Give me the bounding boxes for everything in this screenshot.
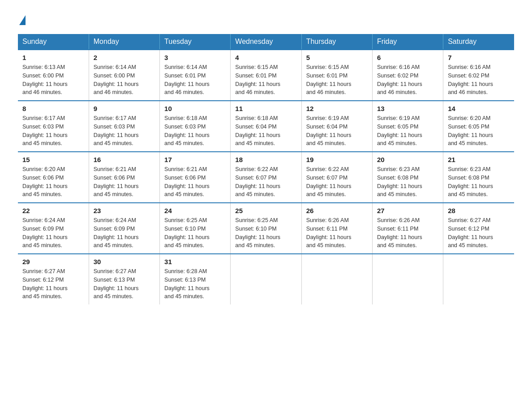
day-info: Sunrise: 6:17 AM Sunset: 6:03 PM Dayligh…	[94, 114, 155, 148]
day-info: Sunrise: 6:18 AM Sunset: 6:03 PM Dayligh…	[164, 114, 226, 148]
day-number: 19	[306, 156, 368, 163]
header-tuesday: Tuesday	[160, 34, 231, 50]
day-info: Sunrise: 6:15 AM Sunset: 6:01 PM Dayligh…	[306, 63, 368, 97]
calendar-cell: 12 Sunrise: 6:19 AM Sunset: 6:04 PM Dayl…	[301, 101, 372, 152]
day-number: 13	[377, 105, 438, 112]
day-info: Sunrise: 6:27 AM Sunset: 6:12 PM Dayligh…	[22, 267, 84, 301]
day-info: Sunrise: 6:16 AM Sunset: 6:02 PM Dayligh…	[448, 63, 510, 97]
day-info: Sunrise: 6:14 AM Sunset: 6:00 PM Dayligh…	[94, 63, 155, 97]
day-info: Sunrise: 6:24 AM Sunset: 6:09 PM Dayligh…	[94, 216, 155, 250]
calendar-cell: 9 Sunrise: 6:17 AM Sunset: 6:03 PM Dayli…	[89, 101, 159, 152]
calendar-cell: 5 Sunrise: 6:15 AM Sunset: 6:01 PM Dayli…	[301, 50, 372, 101]
day-info: Sunrise: 6:24 AM Sunset: 6:09 PM Dayligh…	[22, 216, 84, 250]
calendar-cell: 23 Sunrise: 6:24 AM Sunset: 6:09 PM Dayl…	[89, 203, 159, 254]
day-number: 28	[448, 207, 510, 214]
calendar-cell	[443, 254, 514, 304]
day-number: 4	[235, 54, 296, 61]
calendar-cell: 11 Sunrise: 6:18 AM Sunset: 6:04 PM Dayl…	[231, 101, 301, 152]
calendar-cell: 6 Sunrise: 6:16 AM Sunset: 6:02 PM Dayli…	[372, 50, 443, 101]
calendar-cell: 8 Sunrise: 6:17 AM Sunset: 6:03 PM Dayli…	[18, 101, 89, 152]
day-number: 14	[448, 105, 510, 112]
header	[18, 13, 514, 25]
day-number: 27	[377, 207, 438, 214]
calendar-cell: 17 Sunrise: 6:21 AM Sunset: 6:06 PM Dayl…	[160, 152, 231, 203]
day-info: Sunrise: 6:21 AM Sunset: 6:06 PM Dayligh…	[94, 165, 155, 199]
day-info: Sunrise: 6:26 AM Sunset: 6:11 PM Dayligh…	[306, 216, 368, 250]
calendar-cell: 13 Sunrise: 6:19 AM Sunset: 6:05 PM Dayl…	[372, 101, 443, 152]
calendar-week-row: 15 Sunrise: 6:20 AM Sunset: 6:06 PM Dayl…	[18, 152, 514, 203]
calendar-cell: 28 Sunrise: 6:27 AM Sunset: 6:12 PM Dayl…	[443, 203, 514, 254]
day-info: Sunrise: 6:13 AM Sunset: 6:00 PM Dayligh…	[22, 63, 84, 97]
day-number: 22	[22, 207, 84, 214]
calendar-cell: 4 Sunrise: 6:15 AM Sunset: 6:01 PM Dayli…	[231, 50, 301, 101]
day-info: Sunrise: 6:18 AM Sunset: 6:04 PM Dayligh…	[235, 114, 296, 148]
calendar-cell: 19 Sunrise: 6:22 AM Sunset: 6:07 PM Dayl…	[301, 152, 372, 203]
day-number: 17	[164, 156, 226, 163]
header-wednesday: Wednesday	[231, 34, 301, 50]
calendar-cell: 1 Sunrise: 6:13 AM Sunset: 6:00 PM Dayli…	[18, 50, 89, 101]
calendar-cell: 20 Sunrise: 6:23 AM Sunset: 6:08 PM Dayl…	[372, 152, 443, 203]
day-number: 25	[235, 207, 296, 214]
calendar-cell: 3 Sunrise: 6:14 AM Sunset: 6:01 PM Dayli…	[160, 50, 231, 101]
day-info: Sunrise: 6:20 AM Sunset: 6:06 PM Dayligh…	[22, 165, 84, 199]
day-number: 30	[94, 258, 155, 265]
day-number: 24	[164, 207, 226, 214]
day-info: Sunrise: 6:16 AM Sunset: 6:02 PM Dayligh…	[377, 63, 438, 97]
calendar-cell: 18 Sunrise: 6:22 AM Sunset: 6:07 PM Dayl…	[231, 152, 301, 203]
calendar-cell: 22 Sunrise: 6:24 AM Sunset: 6:09 PM Dayl…	[18, 203, 89, 254]
day-number: 1	[22, 54, 84, 61]
calendar-header-row: SundayMondayTuesdayWednesdayThursdayFrid…	[18, 34, 514, 50]
day-number: 21	[448, 156, 510, 163]
calendar-cell: 21 Sunrise: 6:23 AM Sunset: 6:08 PM Dayl…	[443, 152, 514, 203]
day-number: 20	[377, 156, 438, 163]
day-info: Sunrise: 6:19 AM Sunset: 6:04 PM Dayligh…	[306, 114, 368, 148]
header-monday: Monday	[89, 34, 159, 50]
day-info: Sunrise: 6:17 AM Sunset: 6:03 PM Dayligh…	[22, 114, 84, 148]
day-info: Sunrise: 6:19 AM Sunset: 6:05 PM Dayligh…	[377, 114, 438, 148]
day-number: 3	[164, 54, 226, 61]
day-info: Sunrise: 6:14 AM Sunset: 6:01 PM Dayligh…	[164, 63, 226, 97]
header-saturday: Saturday	[443, 34, 514, 50]
day-number: 10	[164, 105, 226, 112]
day-number: 5	[306, 54, 368, 61]
day-number: 8	[22, 105, 84, 112]
day-number: 6	[377, 54, 438, 61]
calendar-cell: 14 Sunrise: 6:20 AM Sunset: 6:05 PM Dayl…	[443, 101, 514, 152]
day-info: Sunrise: 6:25 AM Sunset: 6:10 PM Dayligh…	[164, 216, 226, 250]
day-number: 29	[22, 258, 84, 265]
day-number: 7	[448, 54, 510, 61]
day-info: Sunrise: 6:27 AM Sunset: 6:12 PM Dayligh…	[448, 216, 510, 250]
calendar-table: SundayMondayTuesdayWednesdayThursdayFrid…	[18, 34, 514, 304]
calendar-cell: 2 Sunrise: 6:14 AM Sunset: 6:00 PM Dayli…	[89, 50, 159, 101]
day-number: 16	[94, 156, 155, 163]
calendar-cell	[372, 254, 443, 304]
calendar-cell	[231, 254, 301, 304]
calendar-cell: 26 Sunrise: 6:26 AM Sunset: 6:11 PM Dayl…	[301, 203, 372, 254]
day-info: Sunrise: 6:21 AM Sunset: 6:06 PM Dayligh…	[164, 165, 226, 199]
calendar-cell: 30 Sunrise: 6:27 AM Sunset: 6:13 PM Dayl…	[89, 254, 159, 304]
day-number: 23	[94, 207, 155, 214]
calendar-week-row: 8 Sunrise: 6:17 AM Sunset: 6:03 PM Dayli…	[18, 101, 514, 152]
logo-triangle-icon	[19, 15, 26, 25]
day-number: 9	[94, 105, 155, 112]
calendar-cell: 25 Sunrise: 6:25 AM Sunset: 6:10 PM Dayl…	[231, 203, 301, 254]
header-thursday: Thursday	[301, 34, 372, 50]
calendar-week-row: 29 Sunrise: 6:27 AM Sunset: 6:12 PM Dayl…	[18, 254, 514, 304]
calendar-cell: 16 Sunrise: 6:21 AM Sunset: 6:06 PM Dayl…	[89, 152, 159, 203]
calendar-cell: 29 Sunrise: 6:27 AM Sunset: 6:12 PM Dayl…	[18, 254, 89, 304]
day-number: 18	[235, 156, 296, 163]
day-info: Sunrise: 6:22 AM Sunset: 6:07 PM Dayligh…	[306, 165, 368, 199]
calendar-cell: 31 Sunrise: 6:28 AM Sunset: 6:13 PM Dayl…	[160, 254, 231, 304]
day-number: 12	[306, 105, 368, 112]
day-number: 2	[94, 54, 155, 61]
day-info: Sunrise: 6:26 AM Sunset: 6:11 PM Dayligh…	[377, 216, 438, 250]
day-number: 11	[235, 105, 296, 112]
day-number: 31	[164, 258, 226, 265]
header-sunday: Sunday	[18, 34, 89, 50]
calendar-cell	[301, 254, 372, 304]
day-info: Sunrise: 6:28 AM Sunset: 6:13 PM Dayligh…	[164, 267, 226, 301]
day-number: 15	[22, 156, 84, 163]
day-info: Sunrise: 6:22 AM Sunset: 6:07 PM Dayligh…	[235, 165, 296, 199]
calendar-cell: 27 Sunrise: 6:26 AM Sunset: 6:11 PM Dayl…	[372, 203, 443, 254]
day-info: Sunrise: 6:23 AM Sunset: 6:08 PM Dayligh…	[448, 165, 510, 199]
